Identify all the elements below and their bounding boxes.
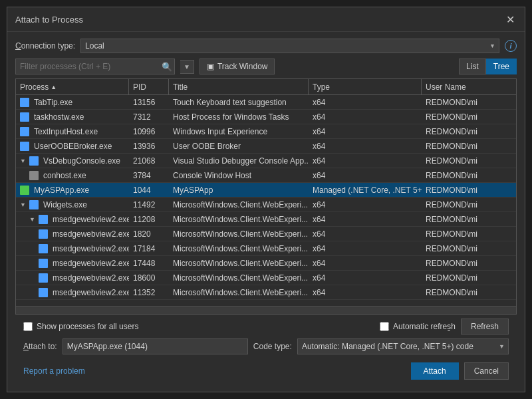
pid-cell: 13936 <box>129 139 169 153</box>
type-cell: x64 <box>309 168 422 182</box>
pid-cell: 11208 <box>129 212 169 226</box>
process-cell: msedgewebview2.exe <box>16 227 129 241</box>
table-row[interactable]: msedgewebview2.exe 17184 MicrosoftWindow… <box>16 241 516 256</box>
process-cell: msedgewebview2.exe <box>16 256 129 270</box>
type-cell: x64 <box>309 95 422 109</box>
process-icon <box>20 112 29 122</box>
col-title: Title <box>169 79 309 94</box>
refresh-button[interactable]: Refresh <box>461 319 509 334</box>
title-cell: MicrosoftWindows.Client.WebExperi... <box>169 212 309 226</box>
pid-cell: 13156 <box>129 95 169 109</box>
list-view-button[interactable]: List <box>459 59 486 74</box>
title-cell: MicrosoftWindows.Client.WebExperi... <box>169 227 309 241</box>
title-cell: Windows Input Experience <box>169 124 309 138</box>
process-cell: msedgewebview2.exe <box>16 271 129 285</box>
user-cell: REDMOND\mi <box>422 124 516 138</box>
process-name-text: VsDebugConsole.exe <box>43 156 120 166</box>
sort-arrow-icon: ▲ <box>51 84 57 90</box>
title-cell: MicrosoftWindows.Client.WebExperi... <box>169 241 309 255</box>
user-cell: REDMOND\mi <box>422 154 516 168</box>
process-name-text: TabTip.exe <box>34 98 72 107</box>
track-window-button[interactable]: ▣ Track Window <box>200 59 275 74</box>
title-cell: MicrosoftWindows.Client.WebExperi... <box>169 271 309 285</box>
process-name-text: msedgewebview2.exe <box>53 229 129 239</box>
process-cell: msedgewebview2.exe <box>16 285 129 299</box>
process-icon <box>39 244 48 253</box>
show-all-checkbox[interactable] <box>23 322 33 331</box>
table-row[interactable]: msedgewebview2.exe 17448 MicrosoftWindow… <box>16 256 516 271</box>
type-cell: Managed (.NET Core, .NET 5+), x64 <box>309 183 422 197</box>
horizontal-scrollbar[interactable] <box>16 306 516 314</box>
table-row[interactable]: taskhostw.exe 7312 Host Process for Wind… <box>16 110 516 124</box>
auto-refresh-group: Automatic refres̱h Refresh <box>380 319 509 334</box>
report-problem-button[interactable]: Report a problem <box>23 366 85 376</box>
action-buttons: Attach Cancel <box>411 362 509 380</box>
title-bar: Attach to Process ✕ <box>7 7 525 32</box>
auto-refresh-checkbox[interactable] <box>380 322 389 331</box>
col-pid: PID <box>129 79 169 94</box>
type-cell: x64 <box>309 271 422 285</box>
col-type: Type <box>309 79 422 94</box>
chevron-icon: ▼ <box>20 201 26 208</box>
hscroll-thumb[interactable] <box>16 307 516 314</box>
table-body: TabTip.exe 13156 Touch Keyboard text sug… <box>16 95 516 306</box>
pid-cell: 21068 <box>129 154 169 168</box>
table-row[interactable]: TabTip.exe 13156 Touch Keyboard text sug… <box>16 95 516 110</box>
code-type-select[interactable]: Automatic: Managed (.NET Core, .NET 5+) … <box>297 338 509 354</box>
title-cell: Console Window Host <box>169 168 309 182</box>
process-name-text: msedgewebview2.exe <box>53 215 129 224</box>
process-name-text: msedgewebview2.exe <box>53 259 129 268</box>
title-cell: Touch Keyboard text suggestion <box>169 95 309 109</box>
bottom-section: Show processes for all users Automatic r… <box>15 315 517 385</box>
type-cell: x64 <box>309 139 422 153</box>
action-row: Report a problem Attach Cancel <box>23 358 509 381</box>
table-row[interactable]: ▼ Widgets.exe 11492 MicrosoftWindows.Cli… <box>16 198 516 212</box>
attach-to-input[interactable] <box>63 338 248 354</box>
process-cell: ▼ Widgets.exe <box>16 198 129 211</box>
process-cell: TextInputHost.exe <box>16 124 129 138</box>
pid-cell: 11352 <box>129 285 169 299</box>
title-cell: MicrosoftWindows.Client.WebExperi... <box>169 198 309 211</box>
table-row[interactable]: conhost.exe 3784 Console Window Host x64… <box>16 168 516 183</box>
process-icon <box>20 98 29 107</box>
attach-button[interactable]: Attach <box>411 362 459 380</box>
table-row[interactable]: UserOOBEBroker.exe 13936 User OOBE Broke… <box>16 139 516 154</box>
filter-input[interactable] <box>15 59 175 74</box>
table-row[interactable]: MyASPApp.exe 1044 MyASPApp Managed (.NET… <box>16 183 516 198</box>
type-cell: x64 <box>309 198 422 211</box>
search-icon: 🔍 <box>162 62 172 72</box>
process-name-text: MyASPApp.exe <box>34 186 89 195</box>
process-icon <box>20 142 29 151</box>
table-row[interactable]: ▼ msedgewebview2.exe 11208 MicrosoftWind… <box>16 212 516 227</box>
pid-cell: 1044 <box>129 183 169 197</box>
filter-dropdown-button[interactable]: ▼ <box>180 60 194 74</box>
process-name-text: msedgewebview2.exe <box>53 244 129 253</box>
user-cell: REDMOND\mi <box>422 139 516 153</box>
user-cell: REDMOND\mi <box>422 285 516 299</box>
show-all-row: Show processes for all users Automatic r… <box>23 319 509 334</box>
type-cell: x64 <box>309 285 422 299</box>
table-row[interactable]: msedgewebview2.exe 11352 MicrosoftWindow… <box>16 285 516 300</box>
type-cell: x64 <box>309 212 422 226</box>
user-cell: REDMOND\mi <box>422 168 516 182</box>
connection-type-select[interactable]: Local <box>80 39 499 53</box>
tree-view-button[interactable]: Tree <box>486 59 517 74</box>
process-name-text: TextInputHost.exe <box>34 127 98 136</box>
info-icon[interactable]: i <box>505 40 517 52</box>
show-all-label[interactable]: Show processes for all users <box>23 322 138 331</box>
auto-refresh-label[interactable]: Automatic refres̱h <box>380 322 456 331</box>
process-icon <box>29 200 39 209</box>
table-row[interactable]: msedgewebview2.exe 18600 MicrosoftWindow… <box>16 271 516 285</box>
process-cell: TabTip.exe <box>16 95 129 109</box>
pid-cell: 17184 <box>129 241 169 255</box>
cancel-button[interactable]: Cancel <box>464 362 509 380</box>
close-button[interactable]: ✕ <box>503 13 517 26</box>
title-cell: Visual Studio Debugger Console App... <box>169 154 309 168</box>
connection-type-label: Connection type: <box>15 41 75 51</box>
table-row[interactable]: ▼ VsDebugConsole.exe 21068 Visual Studio… <box>16 154 516 168</box>
table-row[interactable]: msedgewebview2.exe 1820 MicrosoftWindows… <box>16 227 516 241</box>
table-row[interactable]: TextInputHost.exe 10996 Windows Input Ex… <box>16 124 516 139</box>
process-cell: msedgewebview2.exe <box>16 241 129 255</box>
chevron-icon: ▼ <box>20 158 26 164</box>
process-cell: ▼ msedgewebview2.exe <box>16 212 129 226</box>
